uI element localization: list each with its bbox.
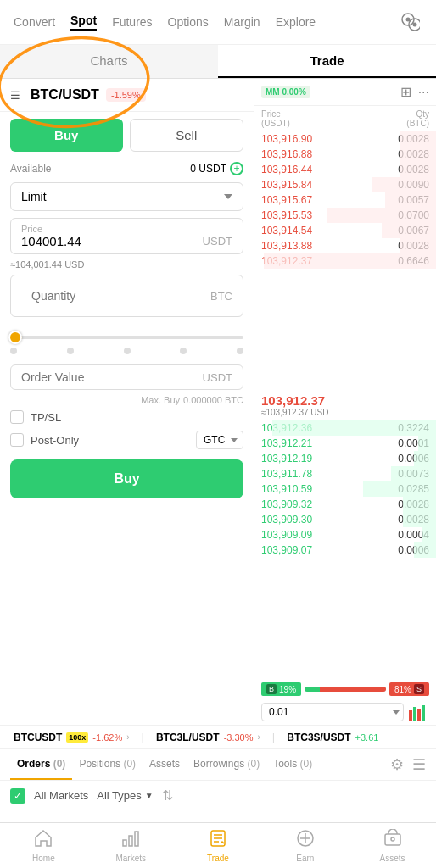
tab-orders-count: (0) (53, 758, 66, 770)
sell-order-row[interactable]: 103,916.44 0.0028 (254, 162, 436, 177)
more-icon[interactable]: ··· (418, 85, 429, 100)
sell-order-row[interactable]: 103,915.53 0.0700 (254, 208, 436, 223)
sell-order-row[interactable]: 103,916.88 0.0028 (254, 147, 436, 162)
gtc-select[interactable]: GTC IOC FOK (196, 431, 243, 449)
lot-size-select[interactable]: 0.01 0.001 0.1 (261, 703, 404, 721)
order-value-input-with-unit: USDT (21, 370, 232, 384)
sell-order-row[interactable]: 103,916.90 0.0028 (254, 131, 436, 147)
svg-point-3 (413, 23, 417, 27)
ticker-btc3s[interactable]: BTC3S/USDT +3.61 (283, 732, 382, 743)
buy-order-row[interactable]: 103,911.78 0.0073 (254, 466, 436, 481)
nav-explore[interactable]: Explore (276, 15, 316, 29)
tab-positions-count: (0) (123, 758, 136, 770)
settings-icon-small[interactable]: ⚙ (390, 755, 404, 774)
ob-header-right: ⊞ ··· (400, 84, 429, 100)
sell-order-row[interactable]: 103,915.67 0.0057 (254, 192, 436, 208)
ticker-row: BTCUSDT 100x -1.62% › | BTC3L/USDT -3.30… (0, 725, 436, 749)
svg-rect-7 (417, 709, 421, 721)
slider-track[interactable] (10, 336, 243, 339)
nav-spot[interactable]: Spot (70, 14, 97, 31)
submit-buy-button[interactable]: Buy (10, 459, 243, 498)
nav-margin[interactable]: Margin (224, 15, 260, 29)
all-markets-checkbox[interactable]: ✓ (10, 788, 25, 804)
tab-trade[interactable]: Trade (218, 45, 436, 78)
buy-order-row[interactable]: 103,912.21 0.0001 (254, 436, 436, 451)
depth-bar (305, 687, 386, 692)
nav-earn-label: Earn (296, 854, 314, 863)
order-value-row: USDT (0, 361, 254, 393)
tab-borrowings[interactable]: Borrowings (0) (187, 749, 266, 780)
tab-assets[interactable]: Assets (143, 749, 187, 780)
buy-button[interactable]: Buy (10, 119, 123, 152)
symbol-name[interactable]: BTC/USDT (31, 87, 99, 103)
tab-positions[interactable]: Positions (0) (72, 749, 143, 780)
price-input[interactable]: 104001.44 (21, 234, 190, 248)
post-only-row: Post-Only GTC IOC FOK (0, 427, 254, 453)
buy-order-row[interactable]: 103,909.30 0.0028 (254, 512, 436, 527)
bottom-tabs: Orders (0) Positions (0) Assets Borrowin… (0, 749, 436, 781)
nav-markets[interactable]: Markets (87, 823, 175, 868)
slider-row (0, 320, 254, 361)
chart-type-button[interactable] (409, 704, 429, 721)
add-funds-button[interactable]: + (230, 162, 243, 175)
svg-rect-16 (135, 832, 138, 846)
tpsl-checkbox[interactable] (10, 410, 24, 424)
left-panel: ☰ BTC/USDT -1.59% Buy Sell Available 0 U… (0, 79, 254, 725)
svg-rect-15 (129, 836, 132, 846)
buy-order-row[interactable]: 103,910.59 0.0285 (254, 481, 436, 497)
settings-icon[interactable] (399, 10, 422, 34)
order-type-select[interactable]: Limit Market Stop-Limit (10, 182, 243, 211)
assets-icon (383, 829, 402, 852)
sell-order-row[interactable]: 103,912.37 0.6646 (254, 253, 436, 269)
slider-thumb[interactable] (8, 331, 22, 344)
ticker-btcusdt[interactable]: BTCUSDT 100x -1.62% › (10, 732, 133, 743)
sell-button[interactable]: Sell (130, 119, 244, 152)
nav-trade[interactable]: Trade (175, 823, 262, 868)
tab-charts[interactable]: Charts (0, 45, 218, 78)
all-markets-label: All Markets (34, 789, 88, 802)
svg-rect-5 (409, 710, 412, 721)
buy-order-row[interactable]: 103,912.19 0.0006 (254, 451, 436, 466)
buy-order-row[interactable]: 103,909.09 0.0004 (254, 527, 436, 542)
sell-orders: 103,916.90 0.0028 103,916.88 0.0028 103,… (254, 131, 436, 390)
change-badge: -1.59% (106, 88, 146, 102)
home-icon (34, 829, 53, 852)
nav-home[interactable]: Home (0, 823, 87, 868)
quantity-input[interactable] (21, 281, 190, 311)
ticker-symbol-btc3l: BTC3L/USDT (156, 732, 220, 743)
max-buy-label: Max. Buy (141, 395, 180, 405)
order-value-unit: USDT (203, 371, 232, 384)
order-value-input[interactable] (21, 370, 190, 384)
nav-options[interactable]: Options (168, 15, 209, 29)
all-types-label: All Types (97, 789, 142, 802)
sell-order-row[interactable]: 103,915.84 0.0090 (254, 177, 436, 192)
tpsl-label: TP/SL (31, 411, 61, 424)
nav-futures[interactable]: Futures (112, 15, 152, 29)
buy-order-row[interactable]: 103,909.07 0.0006 (254, 542, 436, 558)
nav-convert[interactable]: Convert (14, 15, 55, 29)
ticker-symbol-btcusdt: BTCUSDT (14, 732, 62, 743)
nav-earn[interactable]: Earn (261, 823, 349, 868)
filter-icon[interactable]: ⊞ (400, 84, 411, 100)
buy-order-row[interactable]: 103,909.32 0.0028 (254, 497, 436, 512)
tab-tools[interactable]: Tools (0) (266, 749, 319, 780)
ticker-divider-1: | (142, 731, 144, 743)
ob-mid-price: 103,912.37 ≈103,912.37 USD (254, 390, 436, 420)
all-types-filter[interactable]: All Types ▼ (97, 789, 153, 802)
quantity-unit: BTC (210, 290, 232, 303)
post-only-checkbox[interactable] (10, 433, 24, 447)
nav-assets[interactable]: Assets (349, 823, 436, 868)
buy-order-row[interactable]: 103,912.36 0.3224 (254, 420, 436, 436)
sell-order-row[interactable]: 103,913.88 0.0028 (254, 238, 436, 253)
ticker-btc3l[interactable]: BTC3L/USDT -3.30% › (153, 732, 264, 743)
mid-price-value[interactable]: 103,912.37 (261, 393, 429, 408)
ticker-badge-btcusdt: 100x (66, 732, 88, 743)
sort-icon[interactable]: ⇅ (162, 787, 173, 804)
slider-dots (10, 348, 243, 354)
list-view-icon[interactable]: ☰ (412, 755, 426, 774)
sell-order-row[interactable]: 103,914.54 0.0067 (254, 223, 436, 238)
main-tabs: Charts Trade (0, 45, 436, 79)
markets-icon (121, 829, 140, 852)
tab-borrowings-count: (0) (247, 758, 260, 770)
tab-orders[interactable]: Orders (0) (10, 749, 72, 780)
